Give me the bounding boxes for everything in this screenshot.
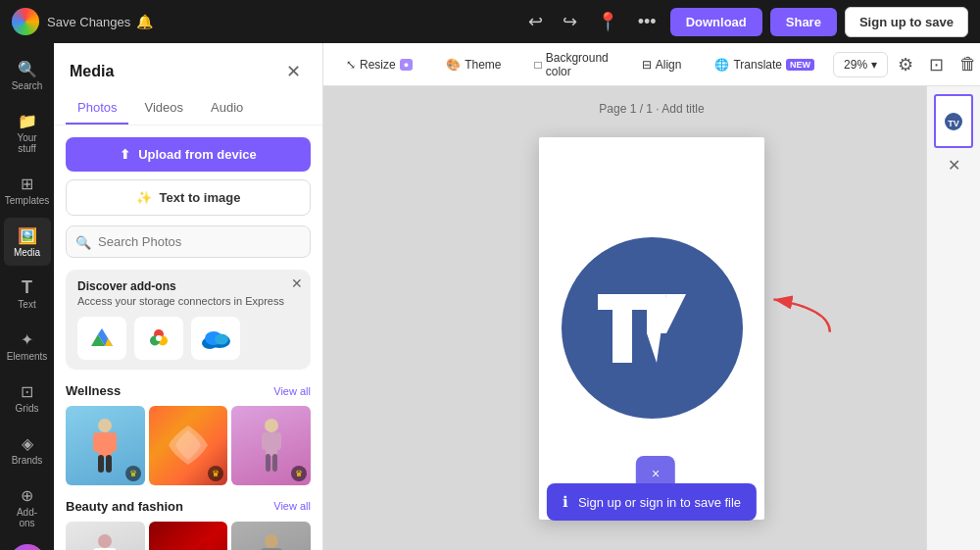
svg-text:TV: TV <box>948 119 959 128</box>
tab-videos[interactable]: Videos <box>132 92 195 125</box>
your-stuff-icon: 📁 <box>18 111 37 130</box>
sidebar-media-label: Media <box>14 247 40 258</box>
wellness-section-header: Wellness View all <box>66 383 311 398</box>
sidebar-item-your-stuff[interactable]: 📁 Your stuff <box>4 103 51 162</box>
sidebar-search-label: Search <box>12 80 43 91</box>
beauty-image-1[interactable] <box>66 522 145 550</box>
background-color-button[interactable]: □ Background color <box>523 45 618 84</box>
svg-point-15 <box>265 419 278 432</box>
sidebar-elements-label: Elements <box>7 351 48 362</box>
sidebar-bottom: ⭐ Try Premium <box>0 540 54 550</box>
translate-button[interactable]: 🌐 Translate NEW <box>704 52 825 77</box>
svg-rect-20 <box>272 454 277 472</box>
onedrive-icon[interactable] <box>191 317 240 360</box>
sidebar-item-grids[interactable]: ⊡ Grids <box>4 374 51 422</box>
zoom-control[interactable]: 29% ▾ <box>833 52 888 77</box>
save-changes-button[interactable]: Save Changes 🔔 <box>47 14 153 29</box>
sidebar-item-add-ons[interactable]: ⊕ Add-ons <box>4 477 51 536</box>
canvas-workspace: Page 1 / 1 · Add title <box>323 86 980 550</box>
background-color-icon: □ <box>534 58 541 72</box>
beauty-image-2[interactable]: ♛ <box>149 522 228 550</box>
upload-from-device-button[interactable]: ⬆ Upload from device <box>66 137 311 172</box>
sidebar-brands-label: Brands <box>12 455 43 466</box>
align-label: Align <box>656 58 682 72</box>
sidebar-item-brands[interactable]: ◈ Brands <box>4 425 51 474</box>
beauty-image-3[interactable] <box>231 522 311 550</box>
redo-button[interactable]: ↪ <box>557 7 583 36</box>
sidebar-item-elements[interactable]: ✦ Elements <box>4 322 51 370</box>
app-logo[interactable] <box>12 8 39 35</box>
media-tabs: Photos Videos Audio <box>54 92 322 125</box>
align-button[interactable]: ⊟ Align <box>631 52 693 77</box>
discover-close-button[interactable]: ✕ <box>291 275 303 291</box>
media-close-button[interactable]: ✕ <box>280 59 307 84</box>
google-photos-icon[interactable] <box>134 317 183 360</box>
svg-rect-18 <box>274 432 281 450</box>
sidebar-item-search[interactable]: 🔍 Search <box>4 51 51 99</box>
wellness-image-2[interactable]: ♛ <box>149 406 228 485</box>
right-panel-close-button[interactable]: ✕ <box>948 156 960 175</box>
beauty-view-all[interactable]: View all <box>273 500 311 512</box>
settings-button[interactable]: ⚙ <box>892 50 919 79</box>
share-button[interactable]: Share <box>770 8 837 36</box>
signup-to-save-button[interactable]: Sign up to save <box>845 7 968 37</box>
crown-badge-3: ♛ <box>291 466 307 481</box>
text-to-image-label: Text to image <box>160 190 241 205</box>
notification-close-button[interactable]: × <box>636 456 675 491</box>
svg-rect-12 <box>109 432 117 452</box>
tab-audio[interactable]: Audio <box>199 92 255 125</box>
tab-photos[interactable]: Photos <box>66 92 128 125</box>
text-icon: T <box>18 277 37 297</box>
canvas-right-panel: TV ✕ <box>926 86 980 550</box>
canvas-mini-thumbnail[interactable]: TV <box>934 94 973 148</box>
add-ons-icon: ⊕ <box>18 485 37 505</box>
upload-label: Upload from device <box>138 147 257 162</box>
discover-title: Discover add-ons <box>77 279 299 293</box>
undo-button[interactable]: ↩ <box>522 7 549 36</box>
topbar-actions: ↩ ↪ 📍 ••• Download Share Sign up to save <box>522 7 968 37</box>
main-layout: 🔍 Search 📁 Your stuff ⊞ Templates 🖼️ Med… <box>0 43 980 550</box>
svg-rect-14 <box>106 455 112 473</box>
location-button[interactable]: 📍 <box>591 7 624 36</box>
sidebar-item-text[interactable]: T Text <box>4 270 51 318</box>
svg-point-4 <box>156 335 162 341</box>
text-to-image-button[interactable]: ✨ Text to image <box>66 179 311 216</box>
layers-button[interactable]: ⊡ <box>923 50 950 79</box>
notification-bell-icon: 🔔 <box>136 14 153 29</box>
resize-button[interactable]: ⤡ Resize ● <box>335 52 423 77</box>
theme-button[interactable]: 🎨 Theme <box>435 52 512 77</box>
sidebar-item-templates[interactable]: ⊞ Templates <box>4 166 51 214</box>
google-drive-icon[interactable] <box>77 317 126 360</box>
svg-rect-11 <box>93 432 101 452</box>
crown-badge-2: ♛ <box>208 466 223 481</box>
wellness-image-3[interactable]: ♛ <box>231 406 311 485</box>
topbar: Save Changes 🔔 ↩ ↪ 📍 ••• Download Share … <box>0 0 980 43</box>
search-photos-input[interactable] <box>66 225 311 258</box>
sidebar-item-media[interactable]: 🖼️ Media <box>4 218 51 266</box>
try-premium-icon[interactable]: ⭐ <box>10 544 45 550</box>
svg-point-9 <box>98 419 112 432</box>
svg-point-27 <box>265 534 278 548</box>
wellness-view-all[interactable]: View all <box>273 385 311 397</box>
beauty-image-grid: ♛ <box>66 522 311 550</box>
elements-icon: ✦ <box>18 329 37 349</box>
zoom-chevron-icon: ▾ <box>871 58 877 72</box>
sidebar-grids-label: Grids <box>16 403 39 414</box>
media-header: Media ✕ <box>54 43 322 92</box>
sparkle-icon: ✨ <box>136 190 152 205</box>
theme-icon: 🎨 <box>446 58 461 72</box>
wellness-image-1[interactable]: ♛ <box>66 406 145 485</box>
more-options-button[interactable]: ••• <box>632 8 662 36</box>
tv-logo <box>562 237 743 419</box>
svg-rect-19 <box>266 454 270 472</box>
notification-info-icon: ℹ <box>563 493 568 511</box>
delete-button[interactable]: 🗑 <box>954 50 980 78</box>
sidebar-text-label: Text <box>18 299 35 310</box>
theme-label: Theme <box>465 58 501 72</box>
try-premium-section[interactable]: ⭐ Try Premium <box>0 540 54 550</box>
media-panel: Media ✕ Photos Videos Audio ⬆ Upload fro… <box>54 43 323 550</box>
download-button[interactable]: Download <box>670 8 762 36</box>
discover-banner: ✕ Discover add-ons Access your storage c… <box>66 270 311 370</box>
media-body: ⬆ Upload from device ✨ Text to image 🔍 ✕… <box>54 125 322 550</box>
translate-icon: 🌐 <box>714 58 729 72</box>
